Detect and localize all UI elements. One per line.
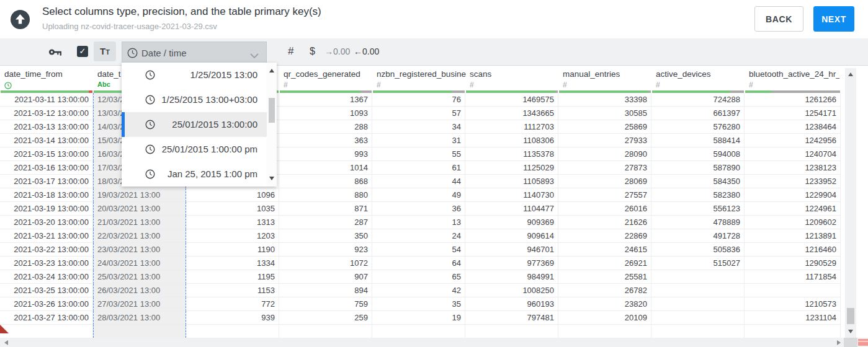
column-header-active_devices[interactable]: active_devices# xyxy=(651,68,745,93)
vertical-scrollbar[interactable] xyxy=(845,68,856,338)
table-cell[interactable]: 505836 xyxy=(651,243,745,257)
dropdown-scrollbar[interactable] xyxy=(267,63,277,187)
table-cell[interactable]: 587890 xyxy=(651,161,745,175)
table-cell[interactable]: 2021-03-15 13:00:00 xyxy=(0,147,93,161)
table-cell[interactable]: 584350 xyxy=(651,175,745,188)
table-cell[interactable]: 1254171 xyxy=(745,107,841,120)
table-cell[interactable]: 1135378 xyxy=(465,147,558,161)
table-cell[interactable]: 1261266 xyxy=(745,93,841,107)
table-cell[interactable]: 2021-03-12 13:00:00 xyxy=(0,107,93,120)
table-cell[interactable]: 2021-03-21 13:00:00 xyxy=(0,229,93,243)
table-cell[interactable]: 27557 xyxy=(558,188,651,202)
column-header-bluetooth_active_24_hr_[interactable]: bluetooth_active_24_hr_# xyxy=(745,68,841,93)
table-cell[interactable] xyxy=(651,311,745,325)
table-cell[interactable]: 1367 xyxy=(279,93,372,107)
table-cell[interactable]: 1238123 xyxy=(745,161,841,175)
table-cell[interactable]: 65 xyxy=(372,270,465,284)
back-button[interactable]: BACK xyxy=(754,6,803,32)
table-cell[interactable]: 2021-03-26 13:00:00 xyxy=(0,297,93,311)
table-cell[interactable]: 478889 xyxy=(651,216,745,229)
table-cell[interactable]: 1153 xyxy=(186,284,279,297)
dropdown-scroll-down-icon[interactable] xyxy=(269,177,274,180)
table-cell[interactable]: 1112703 xyxy=(465,120,558,134)
table-cell[interactable] xyxy=(745,284,841,297)
table-cell[interactable]: 556123 xyxy=(651,202,745,216)
table-cell[interactable]: 2021-03-27 13:00:00 xyxy=(0,311,93,325)
table-cell[interactable]: 22869 xyxy=(558,229,651,243)
table-cell[interactable]: 993 xyxy=(279,147,372,161)
table-cell[interactable] xyxy=(651,284,745,297)
table-cell[interactable]: 25869 xyxy=(558,120,651,134)
table-cell[interactable] xyxy=(651,270,745,284)
table-cell[interactable]: 2021-03-25 13:00:00 xyxy=(0,284,93,297)
date-format-option[interactable]: Jan 25, 2015 1:00 pm xyxy=(122,162,267,187)
table-cell[interactable]: 1035 xyxy=(186,202,279,216)
table-cell[interactable] xyxy=(372,325,465,338)
table-cell[interactable]: 64 xyxy=(372,257,465,270)
table-cell[interactable] xyxy=(93,325,186,338)
table-cell[interactable]: 1240704 xyxy=(745,147,841,161)
table-cell[interactable]: 759 xyxy=(279,297,372,311)
table-cell[interactable]: 1238464 xyxy=(745,120,841,134)
column-header-manual_entries[interactable]: manual_entries# xyxy=(558,68,651,93)
table-cell[interactable]: 1290529 xyxy=(745,257,841,270)
table-cell[interactable]: 907 xyxy=(279,270,372,284)
table-cell[interactable]: 594008 xyxy=(651,147,745,161)
table-cell[interactable]: 1104477 xyxy=(465,202,558,216)
table-cell[interactable]: 1313 xyxy=(186,216,279,229)
table-cell[interactable]: 1014 xyxy=(279,161,372,175)
table-cell[interactable]: 1231104 xyxy=(745,311,841,325)
table-cell[interactable]: 772 xyxy=(186,297,279,311)
vertical-scroll-thumb[interactable] xyxy=(847,308,854,324)
table-cell[interactable]: 797481 xyxy=(465,311,558,325)
table-cell[interactable]: 28090 xyxy=(558,147,651,161)
table-cell[interactable]: 26921 xyxy=(558,257,651,270)
dropdown-scroll-thumb[interactable] xyxy=(269,98,275,123)
table-cell[interactable] xyxy=(279,325,372,338)
table-cell[interactable]: 1093 xyxy=(279,107,372,120)
table-cell[interactable]: 28069 xyxy=(558,175,651,188)
table-cell[interactable]: 582380 xyxy=(651,188,745,202)
table-cell[interactable] xyxy=(0,325,93,338)
table-cell[interactable]: 23/03/2021 13:00 xyxy=(93,243,186,257)
table-cell[interactable]: 25581 xyxy=(558,270,651,284)
table-cell[interactable]: 49 xyxy=(372,188,465,202)
table-cell[interactable]: 24/03/2021 13:00 xyxy=(93,257,186,270)
table-cell[interactable]: 576280 xyxy=(651,120,745,134)
table-cell[interactable] xyxy=(651,297,745,311)
table-cell[interactable]: 1195 xyxy=(186,270,279,284)
table-cell[interactable]: 868 xyxy=(279,175,372,188)
add-decimal-button[interactable]: →0.00 xyxy=(324,38,350,64)
table-cell[interactable]: 287 xyxy=(279,216,372,229)
table-cell[interactable]: 2021-03-23 13:00:00 xyxy=(0,257,93,270)
date-format-option[interactable]: 1/25/2015 13:00+03:00 xyxy=(122,87,267,112)
table-cell[interactable]: 21/03/2021 13:00 xyxy=(93,216,186,229)
table-cell[interactable]: 259 xyxy=(279,311,372,325)
table-cell[interactable]: 1125029 xyxy=(465,161,558,175)
table-cell[interactable]: 27873 xyxy=(558,161,651,175)
table-cell[interactable]: 1343665 xyxy=(465,107,558,120)
table-cell[interactable]: 909369 xyxy=(465,216,558,229)
dropdown-scroll-up-icon[interactable] xyxy=(269,69,274,72)
table-cell[interactable]: 946701 xyxy=(465,243,558,257)
scroll-down-arrow-icon[interactable] xyxy=(848,330,853,333)
table-cell[interactable] xyxy=(651,325,745,338)
table-cell[interactable]: 25/03/2021 13:00 xyxy=(93,270,186,284)
table-cell[interactable]: 880 xyxy=(279,188,372,202)
table-cell[interactable]: 1210573 xyxy=(745,297,841,311)
currency-type-button[interactable]: $ xyxy=(310,38,315,64)
horizontal-scrollbar[interactable] xyxy=(0,338,868,347)
table-cell[interactable]: 1216460 xyxy=(745,243,841,257)
table-cell[interactable]: 2021-03-11 13:00:00 xyxy=(0,93,93,107)
table-cell[interactable]: 54 xyxy=(372,243,465,257)
type-select[interactable]: Date / time xyxy=(122,42,267,64)
table-cell[interactable]: 24615 xyxy=(558,243,651,257)
date-format-option[interactable]: 1/25/2015 13:00 xyxy=(122,63,267,87)
table-cell[interactable]: 1233952 xyxy=(745,175,841,188)
table-cell[interactable]: 1469575 xyxy=(465,93,558,107)
table-cell[interactable]: 1334 xyxy=(186,257,279,270)
column-header-qr_codes_generated[interactable]: qr_codes_generated# xyxy=(279,68,372,93)
table-cell[interactable]: 19/03/2021 13:00 xyxy=(93,188,186,202)
table-cell[interactable]: 2021-03-17 13:00:00 xyxy=(0,175,93,188)
table-cell[interactable]: 1140730 xyxy=(465,188,558,202)
